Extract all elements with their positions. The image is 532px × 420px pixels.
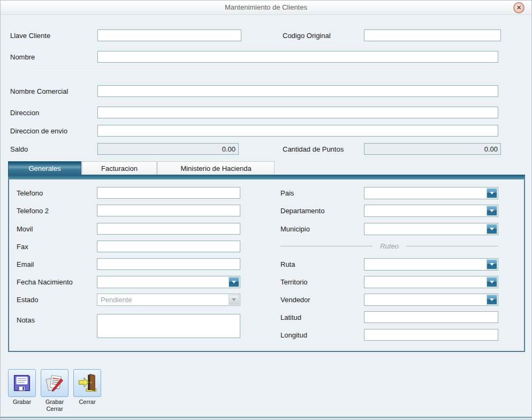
vendedor-label: Vendedor: [280, 296, 310, 304]
grabar-button[interactable]: Grabar: [5, 369, 39, 406]
movil-input[interactable]: [97, 223, 240, 235]
codigo-original-label: Codigo Original: [283, 32, 331, 40]
notes-pencil-icon: [44, 373, 65, 393]
grabar-cerrar-button-label: Grabar Cerrar: [37, 399, 72, 412]
exit-door-icon: [77, 373, 97, 393]
movil-label: Movil: [17, 225, 33, 233]
dropdown-arrow-icon: [229, 295, 239, 305]
longitud-input[interactable]: [364, 329, 498, 341]
floppy-disk-icon: [12, 373, 32, 393]
ruta-dropdown[interactable]: [364, 258, 498, 271]
chevron-down-icon: [490, 228, 494, 230]
llave-cliente-label: Llave Cliente: [10, 32, 50, 40]
nombre-comercial-input[interactable]: [97, 85, 498, 97]
latitud-input[interactable]: [364, 311, 498, 323]
territorio-label: Territorio: [280, 278, 308, 286]
direccion-input[interactable]: [97, 107, 498, 118]
cantidad-puntos-label: Cantidad de Puntos: [283, 145, 344, 153]
cerrar-button-label: Cerrar: [70, 399, 104, 406]
notas-textarea[interactable]: [97, 314, 240, 338]
latitud-label: Latitud: [280, 313, 301, 321]
grabar-button-label: Grabar: [5, 399, 39, 406]
chevron-down-icon: [490, 209, 494, 212]
dropdown-arrow-icon[interactable]: [487, 277, 497, 287]
fax-label: Fax: [17, 243, 28, 251]
notas-label: Notas: [17, 316, 35, 324]
fecha-nacimiento-dropdown[interactable]: [97, 276, 240, 288]
codigo-original-input[interactable]: [364, 29, 501, 41]
direccion-envio-input[interactable]: [97, 125, 498, 137]
territorio-dropdown[interactable]: [364, 276, 498, 288]
cerrar-button[interactable]: Cerrar: [70, 369, 104, 406]
chevron-down-icon: [490, 192, 494, 194]
municipio-dropdown[interactable]: [364, 223, 498, 235]
telefono2-label: Telefono 2: [17, 207, 49, 215]
estado-dropdown: Pendiente: [97, 294, 240, 306]
saldo-label: Saldo: [10, 145, 28, 153]
saldo-value: [97, 143, 239, 155]
tab-generales[interactable]: Generales: [8, 161, 81, 175]
client-maintenance-window: Mantenimiento de Clientes ✕ Llave Client…: [0, 0, 532, 420]
vendedor-dropdown[interactable]: [364, 294, 498, 306]
municipio-label: Municipio: [280, 225, 310, 233]
direccion-envio-label: Direccion de envio: [10, 127, 67, 135]
fecha-nacimiento-label: Fecha Nacimiento: [17, 278, 73, 286]
nombre-label: Nombre: [10, 53, 35, 61]
estado-label: Estado: [17, 296, 38, 304]
nombre-comercial-label: Nombre Comercial: [10, 87, 68, 95]
dropdown-arrow-icon[interactable]: [487, 259, 497, 269]
title-bar: Mantenimiento de Clientes ✕: [1, 1, 531, 15]
dropdown-arrow-icon[interactable]: [487, 295, 497, 305]
ruteo-separator-label: Ruteo: [373, 242, 406, 250]
dropdown-arrow-icon[interactable]: [487, 188, 497, 198]
tab-accent-bar: [8, 175, 525, 179]
close-glyph: ✕: [516, 4, 521, 11]
chevron-down-icon: [490, 281, 494, 283]
tab-ministerio-hacienda[interactable]: Ministerio de Hacienda: [157, 161, 275, 175]
chevron-down-icon: [232, 281, 236, 283]
estado-value: Pendiente: [101, 296, 227, 304]
telefono2-input[interactable]: [97, 205, 240, 216]
cantidad-puntos-value: [364, 143, 501, 155]
dropdown-arrow-icon[interactable]: [487, 224, 497, 234]
ruta-label: Ruta: [280, 260, 295, 268]
pais-dropdown[interactable]: [364, 187, 498, 199]
longitud-label: Longitud: [280, 331, 307, 339]
ruteo-group-separator: Ruteo: [280, 242, 498, 250]
nombre-input[interactable]: [97, 51, 498, 63]
email-input[interactable]: [97, 258, 240, 270]
dropdown-arrow-icon[interactable]: [229, 277, 239, 287]
chevron-down-icon: [490, 298, 494, 301]
pais-label: Pais: [280, 189, 294, 197]
direccion-label: Direccion: [10, 109, 39, 117]
llave-cliente-input[interactable]: [97, 29, 241, 41]
grabar-cerrar-button[interactable]: Grabar Cerrar: [37, 369, 72, 412]
email-label: Email: [17, 260, 34, 268]
fax-input[interactable]: [97, 241, 240, 252]
departamento-label: Departamento: [280, 207, 324, 215]
window-title: Mantenimiento de Clientes: [1, 3, 531, 11]
close-icon[interactable]: ✕: [513, 2, 525, 13]
dropdown-arrow-icon[interactable]: [487, 206, 497, 216]
tab-facturacion[interactable]: Facturacion: [82, 161, 157, 175]
telefono-label: Telefono: [17, 189, 43, 197]
section-divider: [24, 70, 508, 71]
chevron-down-icon: [232, 298, 236, 301]
chevron-down-icon: [490, 263, 494, 266]
telefono-input[interactable]: [97, 187, 240, 199]
departamento-dropdown[interactable]: [364, 205, 498, 217]
window-bottom-edge: [1, 418, 531, 419]
